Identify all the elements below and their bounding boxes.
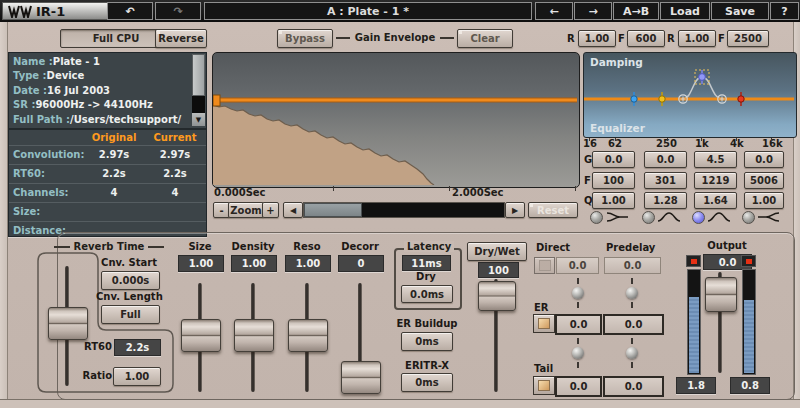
ir-waveform-display[interactable] <box>212 52 580 188</box>
clear-envelope-button[interactable]: Clear <box>457 29 513 48</box>
eq-gain-field-2[interactable]: 0.0 <box>644 151 687 168</box>
er-tail-predelay-knob[interactable] <box>626 347 638 359</box>
prev-preset-button[interactable]: ← <box>535 2 573 20</box>
gain-row-label: G <box>584 154 592 165</box>
er-toggle[interactable] <box>533 314 555 333</box>
scroll-down-button[interactable]: ▼ <box>192 113 205 126</box>
cnv-start-button[interactable]: 0.000s <box>101 271 160 290</box>
range-field-1[interactable]: 1.00 <box>578 30 616 47</box>
eq-q-field-3[interactable]: 1.64 <box>694 192 737 209</box>
zoom-in-button[interactable]: + <box>262 202 279 218</box>
eq-freq-field-4[interactable]: 5006 <box>744 172 784 189</box>
output-label: Output <box>697 240 757 251</box>
eq-q-field-1[interactable]: 1.00 <box>592 192 635 209</box>
range-field-2[interactable]: 1.00 <box>678 30 716 47</box>
load-button[interactable]: Load <box>660 2 710 20</box>
undo-button[interactable]: ↶ <box>107 2 153 20</box>
eq-gain-field-3[interactable]: 4.5 <box>694 151 737 168</box>
plugin-name: IR-1 <box>36 4 65 19</box>
reverb-time-slider-thumb[interactable] <box>48 307 88 340</box>
high-shelf-icon <box>756 211 782 223</box>
er-gain-field[interactable]: 0.0 <box>555 314 602 335</box>
info-scrollbar[interactable]: ▼ <box>192 54 205 126</box>
eq-node-purple-selected[interactable] <box>699 74 706 81</box>
row-label: RT60: <box>13 165 45 183</box>
eq-node-blue[interactable] <box>631 96 637 102</box>
envelope-handle[interactable] <box>213 95 220 106</box>
freq-field-1[interactable]: 600 <box>627 30 665 47</box>
band3-led-active[interactable] <box>692 211 705 224</box>
reso-label: Reso <box>277 241 337 252</box>
dry-wet-button[interactable]: Dry/Wet <box>467 242 527 261</box>
help-button[interactable]: ? <box>770 2 799 20</box>
eq-gain-field-4[interactable]: 0.0 <box>744 151 784 168</box>
info-row: Name :Plate - 1 <box>9 55 206 69</box>
scroll-right-button[interactable]: ▶ <box>505 202 525 218</box>
original-value: 4 <box>89 184 139 202</box>
reso-slider-thumb[interactable] <box>288 319 328 352</box>
band4-led[interactable] <box>742 211 755 224</box>
waveform-scrollbar[interactable] <box>303 202 505 218</box>
decorr-slider-thumb[interactable] <box>341 361 381 394</box>
ertrx-button[interactable]: 0ms <box>401 373 453 392</box>
eq-freq-field-1[interactable]: 100 <box>592 172 635 189</box>
next-preset-button[interactable]: → <box>574 2 612 20</box>
cnv-start-label: Cnv. Start <box>98 257 160 268</box>
direct-toggle[interactable] <box>534 257 555 274</box>
scrollbar-thumb[interactable] <box>192 54 205 96</box>
tail-toggle[interactable] <box>533 376 555 395</box>
eq-freq-field-3[interactable]: 1219 <box>694 172 737 189</box>
size-slider-thumb[interactable] <box>181 319 221 352</box>
density-slider-thumb[interactable] <box>234 319 274 352</box>
waveform-scroll-thumb[interactable] <box>304 203 362 217</box>
ratio-label: Ratio <box>80 370 112 381</box>
save-button[interactable]: Save <box>711 2 769 20</box>
row-label: Convolution: <box>13 146 84 164</box>
button-notch <box>459 31 462 34</box>
band2-led[interactable] <box>642 211 655 224</box>
damping-eq-graph[interactable]: Damping Equalizer <box>583 52 797 138</box>
scroll-left-button[interactable]: ◀ <box>283 202 303 218</box>
reset-zoom-button[interactable]: Reset <box>528 202 578 218</box>
dry-wet-slider-thumb[interactable] <box>478 281 516 311</box>
redo-button[interactable]: ↷ <box>155 2 201 20</box>
freq-row-label: F <box>584 175 591 186</box>
row-label: Size: <box>13 203 40 221</box>
band1-led[interactable] <box>590 211 603 224</box>
direct-er-predelay-knob[interactable] <box>626 287 638 299</box>
er-tail-balance-knob[interactable] <box>572 347 584 359</box>
direct-predelay-field[interactable]: 0.0 <box>604 257 661 274</box>
eq-gain-field-1[interactable]: 0.0 <box>592 151 635 168</box>
freq-field-2[interactable]: 2500 <box>727 30 769 47</box>
ratio-button[interactable]: 1.00 <box>113 367 161 386</box>
ir1-plugin-window: IR-1 ↶ ↷ A : Plate - 1 * ← → A→B Load Sa… <box>0 0 800 408</box>
eq-q-field-4[interactable]: 1.00 <box>744 192 784 209</box>
reso-display: 1.00 <box>285 255 331 272</box>
er-predelay-field[interactable]: 0.0 <box>603 314 664 335</box>
er-buildup-button[interactable]: 0ms <box>401 332 453 351</box>
tail-predelay-field[interactable]: 0.0 <box>603 376 664 397</box>
output-fader-thumb[interactable] <box>705 277 737 312</box>
clip-led-left[interactable] <box>686 255 701 267</box>
reset-label: Reset <box>537 205 569 216</box>
eq-node-red[interactable] <box>738 96 744 102</box>
eq-freq-field-2[interactable]: 301 <box>644 172 687 189</box>
clip-led-right[interactable] <box>741 255 756 267</box>
a-to-b-button[interactable]: A→B <box>613 2 659 20</box>
tail-gain-field[interactable]: 0.0 <box>555 376 602 397</box>
reverse-button[interactable]: Reverse <box>155 29 207 48</box>
clear-label: Clear <box>470 33 499 44</box>
eq-q-field-2[interactable]: 1.28 <box>644 192 687 209</box>
eq-node-yellow[interactable] <box>659 96 665 102</box>
er-label: ER <box>534 302 549 313</box>
ruler-tick <box>449 186 450 191</box>
button-notch <box>157 31 160 34</box>
waves-logo-button[interactable]: IR-1 <box>2 2 114 20</box>
direct-gain-field[interactable]: 0.0 <box>556 257 599 274</box>
direct-er-balance-knob[interactable] <box>572 287 584 299</box>
dry-latency-button[interactable]: 0.0ms <box>401 285 453 303</box>
bypass-button[interactable]: Bypass <box>277 29 333 48</box>
cnv-length-button[interactable]: Full <box>101 305 160 324</box>
table-row: RT60: 2.2s 2.2s <box>9 164 206 183</box>
preset-display[interactable]: A : Plate - 1 * <box>204 2 532 20</box>
